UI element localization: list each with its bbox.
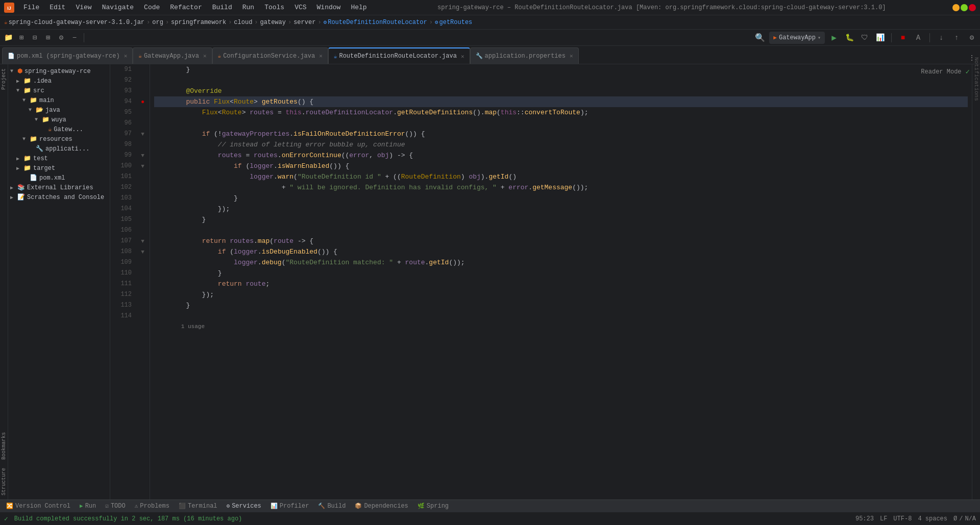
tool-run[interactable]: ▶ Run — [76, 502, 100, 510]
toolbar-collapse-btn[interactable]: ⊟ — [29, 32, 41, 44]
code-line-94: public Flux<Route> getRoutes() { — [154, 96, 968, 107]
gutter-98 — [136, 139, 150, 150]
tab-pom-close[interactable]: ✕ — [124, 53, 128, 59]
tool-todo[interactable]: ☑ TODO — [101, 502, 129, 510]
git-update-btn[interactable]: ↓ — [935, 32, 947, 44]
tab-pom[interactable]: 📄 pom.xml (spring-gateway-rce) ✕ — [2, 47, 133, 64]
toolbar-sync-btn[interactable]: ⊞ — [15, 32, 28, 44]
code-line-102: + " will be ignored. Definition has inva… — [154, 182, 968, 193]
tab-routelocator[interactable]: ☕ RouteDefinitionRouteLocator.java ✕ — [328, 47, 470, 64]
tab-gatewayapp[interactable]: ☕ GatewayApp.java ✕ — [133, 47, 212, 64]
menu-view[interactable]: View — [71, 3, 95, 12]
menu-edit[interactable]: Edit — [45, 3, 69, 12]
gutter-107[interactable]: ▼ — [136, 236, 150, 246]
menu-code[interactable]: Code — [140, 3, 164, 12]
close-button[interactable] — [969, 4, 976, 11]
encoding-indicator[interactable]: UTF-8 — [893, 515, 912, 522]
tool-spring[interactable]: 🌿 Spring — [413, 502, 453, 510]
reader-mode-label[interactable]: Reader Mode — [921, 68, 961, 76]
tree-pom[interactable]: 📄 pom.xml — [8, 173, 110, 183]
tool-build[interactable]: 🔨 Build — [314, 502, 350, 510]
code-line-usage: 1 usage — [154, 321, 968, 332]
tree-java[interactable]: ▼ 📂 java — [8, 105, 110, 115]
path-org[interactable]: org — [152, 19, 163, 26]
tree-resources[interactable]: ▼ 📁 resources — [8, 134, 110, 144]
tree-project-root[interactable]: ▼ ⬢ spring-gateway-rce — [8, 66, 110, 76]
menu-navigate[interactable]: Navigate — [98, 3, 138, 12]
tool-terminal[interactable]: ⬛ Terminal — [175, 502, 222, 510]
tab-appprops[interactable]: 🔧 application.properties ✕ — [470, 47, 579, 64]
minimize-button[interactable] — [952, 4, 960, 11]
gutter-101 — [136, 171, 150, 182]
git-push-btn[interactable]: ↑ — [950, 32, 963, 44]
path-server[interactable]: server — [293, 19, 315, 26]
run-config-selector[interactable]: ▶ GatewayApp ▾ — [769, 32, 825, 44]
reader-mode-bar: Reader Mode ✓ — [921, 67, 970, 76]
menu-file[interactable]: File — [19, 3, 43, 12]
path-method[interactable]: getRoutes — [439, 19, 472, 26]
tree-appprops[interactable]: 🔧 applicati... — [8, 144, 110, 154]
tab-configservice-close[interactable]: ✕ — [319, 53, 323, 59]
path-gateway[interactable]: gateway — [260, 19, 286, 26]
run-button[interactable]: ▶ — [828, 32, 840, 44]
line-ending-indicator[interactable]: LF — [880, 515, 887, 522]
tree-idea[interactable]: ▶ 📁 .idea — [8, 76, 110, 86]
tab-gatewayapp-close[interactable]: ✕ — [203, 53, 207, 59]
debug-button[interactable]: 🐛 — [843, 32, 855, 44]
path-springframework[interactable]: springframework — [171, 19, 226, 26]
toolbar-settings-btn[interactable]: ⚙ — [55, 32, 67, 44]
menu-vcs[interactable]: VCS — [290, 3, 310, 12]
tool-problems[interactable]: ⚠ Problems — [131, 502, 174, 510]
toolbar-search-btn[interactable]: 🔍 — [754, 32, 766, 44]
build-notification[interactable]: Build completed successfully in 2 sec, 1… — [14, 515, 242, 522]
structure-label[interactable]: Structure — [0, 464, 8, 499]
tree-ext-libs[interactable]: ▶ 📚 External Libraries — [8, 183, 110, 192]
tree-test[interactable]: ▶ 📁 test — [8, 154, 110, 163]
menu-refactor[interactable]: Refactor — [166, 3, 206, 12]
code-editor[interactable]: } @Override public Flux<Route> getRoutes… — [150, 64, 972, 499]
menu-build[interactable]: Build — [208, 3, 236, 12]
gutter-97[interactable]: ▼ — [136, 129, 150, 139]
toolbar-hide-btn[interactable]: − — [68, 32, 81, 44]
menu-run[interactable]: Run — [238, 3, 258, 12]
maximize-button[interactable] — [961, 4, 968, 11]
tool-services[interactable]: ⚙ Services — [223, 502, 265, 510]
tool-profiler[interactable]: 📊 Profiler — [266, 502, 313, 510]
path-cloud[interactable]: cloud — [234, 19, 252, 26]
toolbar-sep1 — [84, 33, 84, 42]
tab-configservice[interactable]: ☕ ConfigurationService.java ✕ — [212, 47, 328, 64]
path-project[interactable]: spring-cloud-gateway-server-3.1.0.jar — [9, 19, 144, 26]
bookmarks-label[interactable]: Bookmarks — [0, 428, 8, 464]
indent-indicator[interactable]: 4 spaces — [918, 515, 947, 522]
right-panel: Notifications — [972, 64, 980, 499]
gutter-94[interactable]: ● — [136, 96, 150, 107]
notifications-icon[interactable]: Notifications — [973, 66, 980, 92]
coverage-button[interactable]: 🛡 — [859, 32, 871, 44]
tree-main[interactable]: ▼ 📁 main — [8, 95, 110, 105]
settings-button[interactable]: ⚙ — [966, 32, 978, 44]
toolbar-project-btn[interactable]: 📁 — [2, 32, 14, 44]
tool-version-control[interactable]: 🔀 Version Control — [2, 502, 75, 510]
menu-window[interactable]: Window — [313, 3, 345, 12]
menu-help[interactable]: Help — [347, 3, 371, 12]
profile-button[interactable]: 📊 — [874, 32, 886, 44]
tree-scratches[interactable]: ▶ 📝 Scratches and Console — [8, 192, 110, 202]
tree-src[interactable]: ▼ 📁 src — [8, 86, 110, 95]
path-class[interactable]: RouteDefinitionRouteLocator — [328, 19, 427, 26]
tool-dependencies[interactable]: 📦 Dependencies — [351, 502, 412, 510]
gutter-99[interactable]: ▼ — [136, 150, 150, 161]
tab-routelocator-close[interactable]: ✕ — [461, 53, 464, 60]
tree-gatewayapp[interactable]: ☕ Gatew... — [8, 124, 110, 134]
menu-tools[interactable]: Tools — [260, 3, 288, 12]
gutter-108[interactable]: ▼ — [136, 246, 150, 257]
stop-button[interactable]: ■ — [897, 32, 909, 44]
gutter-100[interactable]: ▼ — [136, 161, 150, 171]
tree-target[interactable]: ▶ 📁 target — [8, 163, 110, 173]
project-panel-label[interactable]: Project — [0, 64, 8, 94]
toolbar-expand-btn[interactable]: ⊞ — [42, 32, 54, 44]
tab-appprops-close[interactable]: ✕ — [570, 53, 573, 59]
line-col-indicator[interactable]: 95:23 — [855, 515, 874, 522]
translate-button[interactable]: A — [912, 32, 924, 44]
readonly-indicator[interactable]: Ø/N/A — [953, 515, 976, 522]
tree-wuya[interactable]: ▼ 📁 wuya — [8, 115, 110, 124]
